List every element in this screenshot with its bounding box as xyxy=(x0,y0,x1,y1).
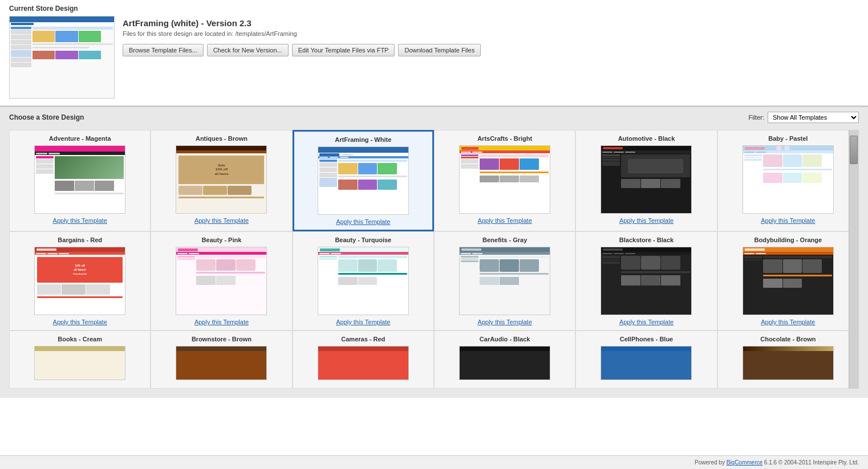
template-thumb[interactable] xyxy=(318,146,409,215)
template-name: Bargains - Red xyxy=(58,236,102,243)
template-adventure-magenta: Adventure - Magenta xyxy=(9,130,151,231)
page-wrapper: Current Store Design xyxy=(0,0,868,469)
templates-grid: Adventure - Magenta xyxy=(9,130,859,389)
template-antiques-brown: Antiques - Brown Sale10% offall items xyxy=(151,130,292,231)
template-thumb[interactable] xyxy=(743,247,834,315)
template-name: Beauty - Pink xyxy=(202,236,242,243)
template-automotive-black: Automotive - Black xyxy=(575,130,717,231)
apply-link-automotive[interactable]: Apply this Template xyxy=(619,217,674,224)
apply-link-artscrafts[interactable]: Apply this Template xyxy=(478,217,532,224)
template-name: Baby - Pastel xyxy=(768,135,808,142)
template-name: Chocolate - Brown xyxy=(760,336,816,342)
apply-link-benefits[interactable]: Apply this Template xyxy=(478,319,532,325)
template-baby-pastel: Baby - Pastel xyxy=(717,130,859,231)
scrollbar-track[interactable] xyxy=(849,130,859,389)
footer-bar: Powered by BigCommerce 6.1.6 © 2004-2011… xyxy=(0,455,868,469)
template-thumb[interactable] xyxy=(176,247,267,315)
template-thumb[interactable] xyxy=(601,247,692,315)
template-name: Brownstore - Brown xyxy=(192,336,252,342)
choose-title: Choose a Store Design xyxy=(9,113,84,121)
template-thumb[interactable] xyxy=(459,145,550,214)
template-caraudio-black: CarAudio - Black xyxy=(434,331,575,389)
apply-link-artframing[interactable]: Apply this Template xyxy=(336,218,390,225)
apply-link-beauty-teal[interactable]: Apply this Template xyxy=(336,319,390,325)
check-version-button[interactable]: Check for New Version... xyxy=(207,44,289,56)
edit-files-button[interactable]: Edit Your Template Files via FTP xyxy=(292,44,395,56)
filter-label: Filter: xyxy=(749,114,765,121)
template-thumb[interactable] xyxy=(318,346,409,380)
template-name: Benefits - Gray xyxy=(482,236,527,243)
choose-section: Choose a Store Design Filter: Show All T… xyxy=(0,106,868,130)
bigcommerce-link[interactable]: BigCommerce xyxy=(727,459,762,466)
template-bodybuilding-orange: Bodybuilding - Orange xyxy=(717,231,859,331)
template-cellphones-blue: CellPhones - Blue xyxy=(575,331,717,389)
template-beauty-turquoise: Beauty - Turquoise xyxy=(293,231,434,331)
template-blackstore-black: Blackstore - Black xyxy=(575,231,717,331)
footer-text: Powered by BigCommerce 6.1.6 © 2004-2011… xyxy=(695,459,859,466)
apply-link-blackstore[interactable]: Apply this Template xyxy=(619,319,674,325)
current-store-preview xyxy=(9,16,115,99)
apply-link-bargains[interactable]: Apply this Template xyxy=(53,319,107,325)
apply-link-bodybuilding[interactable]: Apply this Template xyxy=(761,319,815,325)
template-thumb[interactable] xyxy=(459,346,550,380)
download-template-button[interactable]: Download Template Files xyxy=(398,44,481,56)
template-thumb[interactable] xyxy=(743,145,834,214)
template-bargains-red: Bargains - Red xyxy=(9,231,151,331)
filter-area: Filter: Show All Templates Show Free Tem… xyxy=(749,112,859,123)
filter-select[interactable]: Show All Templates Show Free Templates S… xyxy=(768,112,859,123)
template-thumb[interactable] xyxy=(743,346,834,380)
top-section: Current Store Design xyxy=(0,0,868,106)
template-name: Adventure - Magenta xyxy=(49,135,111,142)
template-brownstore-brown: Brownstore - Brown xyxy=(151,331,292,389)
template-name: Beauty - Turquoise xyxy=(335,236,391,243)
template-chocolate-brown: Chocolate - Brown xyxy=(717,331,859,389)
template-cameras-red: Cameras - Red xyxy=(293,331,434,389)
template-name: Antiques - Brown xyxy=(196,135,248,142)
apply-link-beauty-pink[interactable]: Apply this Template xyxy=(194,319,249,325)
template-benefits-gray: Benefits - Gray xyxy=(434,231,575,331)
store-info: ArtFraming (white) - Version 2.3 Files f… xyxy=(123,16,859,56)
store-name: ArtFraming (white) - Version 2.3 xyxy=(123,18,859,28)
store-path: Files for this store design are located … xyxy=(123,30,859,37)
current-store-content: ArtFraming (white) - Version 2.3 Files f… xyxy=(9,16,859,99)
template-books-cream: Books - Cream xyxy=(9,331,151,389)
template-artframing-white: ArtFraming - White xyxy=(293,130,434,231)
template-thumb[interactable] xyxy=(34,346,125,380)
store-buttons: Browse Template Files... Check for New V… xyxy=(123,44,859,56)
template-name: Bodybuilding - Orange xyxy=(755,236,822,243)
template-name: Automotive - Black xyxy=(618,135,675,142)
template-thumb[interactable] xyxy=(601,145,692,214)
template-name: Blackstore - Black xyxy=(619,236,674,243)
template-thumb[interactable] xyxy=(318,247,409,315)
template-beauty-pink: Beauty - Pink xyxy=(151,231,292,331)
template-thumb[interactable] xyxy=(34,145,125,214)
template-thumb[interactable] xyxy=(176,346,267,380)
templates-outer: Adventure - Magenta xyxy=(0,130,868,398)
template-thumb[interactable]: Sale10% offall items xyxy=(176,145,267,214)
choose-header: Choose a Store Design Filter: Show All T… xyxy=(9,112,859,123)
template-name: Books - Cream xyxy=(58,336,102,342)
current-store-title: Current Store Design xyxy=(9,5,859,13)
template-artscrafts-bright: ArtsCrafts - Bright xyxy=(434,130,575,231)
template-name: Cameras - Red xyxy=(341,336,385,342)
browse-files-button[interactable]: Browse Template Files... xyxy=(123,44,204,56)
apply-link-antiques[interactable]: Apply this Template xyxy=(194,217,249,224)
scrollbar-thumb[interactable] xyxy=(850,136,858,164)
template-name: CellPhones - Blue xyxy=(620,336,674,342)
template-thumb[interactable]: 10% offall items!Foamboards xyxy=(34,247,125,315)
apply-link-baby[interactable]: Apply this Template xyxy=(761,217,815,224)
template-name: ArtsCrafts - Bright xyxy=(477,135,532,142)
apply-link-adventure[interactable]: Apply this Template xyxy=(53,217,107,224)
template-name: CarAudio - Black xyxy=(480,336,530,342)
template-name: ArtFraming - White xyxy=(335,136,391,143)
template-thumb[interactable] xyxy=(459,247,550,315)
template-thumb[interactable] xyxy=(601,346,692,380)
